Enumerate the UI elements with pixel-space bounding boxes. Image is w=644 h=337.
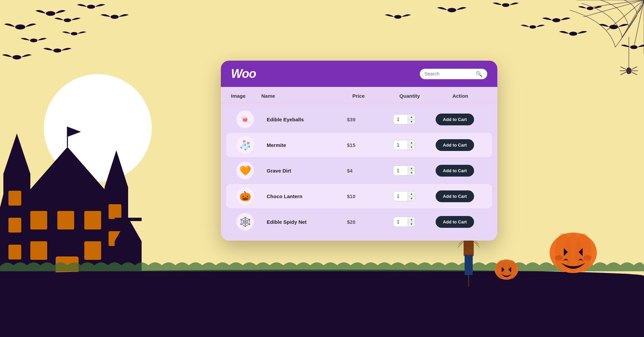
quantity-field-2[interactable] — [393, 140, 408, 150]
quantity-field-3[interactable] — [393, 166, 408, 175]
svg-rect-16 — [8, 218, 21, 233]
svg-marker-3 — [3, 133, 30, 174]
table-row: 🕸️ Edible Spidy Net $20 ▲ ▼ Add to Cart — [226, 210, 492, 234]
product-name-1: Edible Eyeballs — [267, 117, 347, 122]
product-name-3: Grave Dirt — [267, 168, 347, 174]
quantity-field-1[interactable] — [393, 115, 408, 124]
svg-marker-9 — [67, 127, 81, 137]
action-wrapper-4: Add to Cart — [428, 190, 482, 202]
qty-up-2[interactable]: ▲ — [408, 141, 415, 145]
action-wrapper-3: Add to Cart — [428, 165, 482, 177]
add-to-cart-button-4[interactable]: Add to Cart — [436, 190, 474, 202]
product-price-1: $39 — [347, 117, 381, 122]
svg-line-56 — [632, 72, 637, 75]
product-price-4: $10 — [347, 193, 381, 199]
product-image-4: 🎃 — [236, 187, 254, 205]
qty-buttons-2: ▲ ▼ — [408, 141, 415, 150]
svg-rect-15 — [8, 191, 21, 206]
qty-up-5[interactable]: ▲ — [408, 217, 415, 222]
svg-rect-13 — [30, 241, 47, 260]
svg-rect-14 — [84, 241, 101, 260]
col-header-quantity: Quantity — [386, 93, 433, 99]
product-name-2: Mermite — [267, 142, 347, 148]
woo-logo: Woo — [231, 67, 256, 81]
panel-header: Woo 🔍 — [221, 61, 497, 87]
panel-wrapper: Woo 🔍 Image Name Price Quantity Action 🍬… — [125, 61, 593, 241]
svg-line-53 — [620, 72, 626, 75]
quantity-wrapper-2: ▲ ▼ — [381, 140, 428, 150]
qty-buttons-3: ▲ ▼ — [408, 166, 415, 175]
svg-rect-59 — [464, 239, 474, 256]
quantity-input-1: ▲ ▼ — [393, 114, 415, 124]
svg-rect-65 — [465, 255, 469, 275]
add-to-cart-button-2[interactable]: Add to Cart — [436, 139, 474, 151]
quantity-input-4: ▲ ▼ — [393, 191, 415, 201]
quantity-input-2: ▲ ▼ — [393, 140, 415, 150]
search-icon: 🔍 — [476, 71, 482, 77]
product-image-5: 🕸️ — [236, 213, 254, 231]
table-row: 🧦 Mermite $15 ▲ ▼ Add to Cart — [226, 133, 492, 157]
action-wrapper-5: Add to Cart — [428, 216, 482, 228]
col-header-name: Name — [261, 93, 352, 99]
svg-rect-11 — [57, 211, 74, 229]
qty-up-3[interactable]: ▲ — [408, 166, 415, 171]
product-price-2: $15 — [347, 142, 381, 148]
action-wrapper-2: Add to Cart — [428, 139, 482, 151]
quantity-input-5: ▲ ▼ — [393, 217, 415, 227]
woo-panel: Woo 🔍 Image Name Price Quantity Action 🍬… — [221, 61, 497, 241]
product-name-5: Edible Spidy Net — [267, 219, 347, 225]
svg-rect-66 — [469, 255, 473, 275]
col-header-image: Image — [231, 93, 261, 99]
col-header-price: Price — [352, 93, 386, 99]
qty-down-1[interactable]: ▼ — [408, 120, 415, 124]
quantity-wrapper-4: ▲ ▼ — [381, 191, 428, 201]
svg-rect-10 — [30, 211, 47, 229]
add-to-cart-button-3[interactable]: Add to Cart — [436, 165, 474, 177]
product-image-1: 🍬 — [236, 111, 254, 128]
qty-down-3[interactable]: ▼ — [408, 171, 415, 175]
quantity-field-5[interactable] — [393, 217, 408, 226]
quantity-input-3: ▲ ▼ — [393, 165, 415, 176]
qty-down-4[interactable]: ▼ — [408, 196, 415, 201]
col-header-action: Action — [433, 93, 487, 99]
svg-line-54 — [632, 67, 637, 69]
svg-line-47 — [593, 0, 644, 7]
quantity-field-4[interactable] — [393, 191, 408, 201]
svg-marker-1 — [20, 147, 115, 201]
svg-line-51 — [620, 67, 626, 69]
svg-rect-18 — [109, 204, 121, 219]
svg-point-50 — [626, 67, 632, 74]
product-image-2: 🧦 — [236, 136, 254, 154]
search-box: 🔍 — [420, 69, 487, 79]
product-image-3: 🧡 — [236, 162, 254, 179]
quantity-wrapper-5: ▲ ▼ — [381, 217, 428, 227]
svg-rect-12 — [84, 211, 101, 229]
qty-up-1[interactable]: ▲ — [408, 115, 415, 120]
svg-point-77 — [555, 255, 563, 261]
qty-buttons-4: ▲ ▼ — [408, 192, 415, 201]
qty-buttons-1: ▲ ▼ — [408, 115, 415, 124]
qty-buttons-5: ▲ ▼ — [408, 217, 415, 226]
quantity-wrapper-3: ▲ ▼ — [381, 165, 428, 176]
add-to-cart-button-1[interactable]: Add to Cart — [436, 114, 474, 125]
action-wrapper-1: Add to Cart — [428, 114, 482, 125]
product-price-5: $20 — [347, 219, 381, 225]
quantity-wrapper-1: ▲ ▼ — [381, 114, 428, 124]
product-price-3: $4 — [347, 168, 381, 174]
qty-down-2[interactable]: ▼ — [408, 145, 415, 150]
table-row: 🎃 Choco Lantern $10 ▲ ▼ Add to Cart — [226, 184, 492, 208]
table-row: 🧡 Grave Dirt $4 ▲ ▼ Add to Cart — [226, 158, 492, 183]
search-input[interactable] — [425, 71, 473, 76]
qty-up-4[interactable]: ▲ — [408, 192, 415, 196]
table-header: Image Name Price Quantity Action — [221, 87, 497, 103]
svg-point-78 — [583, 255, 591, 261]
panel-body: 🍬 Edible Eyeballs $39 ▲ ▼ Add to Cart — [221, 103, 497, 241]
table-row: 🍬 Edible Eyeballs $39 ▲ ▼ Add to Cart — [226, 107, 492, 131]
svg-rect-17 — [8, 245, 21, 259]
product-name-4: Choco Lantern — [267, 193, 347, 199]
qty-down-5[interactable]: ▼ — [408, 222, 415, 226]
add-to-cart-button-5[interactable]: Add to Cart — [436, 216, 474, 228]
